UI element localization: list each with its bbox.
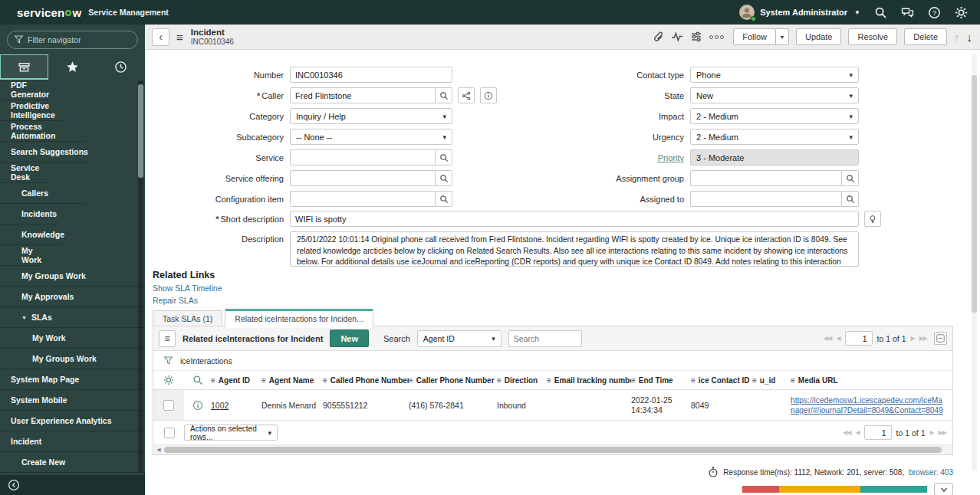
minimize-list-icon[interactable] xyxy=(934,332,947,345)
sidebar-scrollbar-thumb[interactable] xyxy=(138,84,143,178)
configuration-item-input[interactable] xyxy=(290,191,436,207)
caller-info-button[interactable] xyxy=(480,87,497,103)
column-header[interactable]: ≡ Media URL xyxy=(791,376,952,385)
previous-page-icon[interactable]: ◀ xyxy=(836,335,840,342)
search-icon[interactable] xyxy=(874,6,887,19)
filter-navigator-input[interactable] xyxy=(7,31,138,49)
select-all-checkbox[interactable] xyxy=(164,428,175,438)
follow-button[interactable]: Follow xyxy=(733,28,776,45)
column-header[interactable]: ≡ u_id xyxy=(752,376,791,385)
assignment-group-input[interactable] xyxy=(690,170,842,186)
list-gear-icon[interactable] xyxy=(163,375,174,385)
gear-icon[interactable] xyxy=(955,6,968,19)
scroll-left-icon[interactable]: ◀ xyxy=(153,447,164,453)
sidebar-item[interactable]: ▼ My Work xyxy=(0,328,145,349)
service-offering-lookup-button[interactable] xyxy=(436,170,452,186)
caller-preview-button[interactable] xyxy=(458,87,475,103)
page-number-input[interactable] xyxy=(845,331,873,346)
main-scrollbar-thumb[interactable] xyxy=(972,75,977,313)
delete-button[interactable]: Delete xyxy=(904,28,947,45)
column-menu-icon[interactable]: ≡ xyxy=(261,376,266,385)
state-select[interactable]: New▾ xyxy=(690,87,859,103)
caller-lookup-button[interactable] xyxy=(436,87,452,103)
page-number-input[interactable] xyxy=(864,425,892,440)
urgency-select[interactable]: 2 - Medium▾ xyxy=(690,129,859,145)
expand-timing-button[interactable] xyxy=(934,483,953,495)
sidebar-item[interactable]: ▼ My Approvals xyxy=(0,287,145,307)
impact-select[interactable]: 2 - Medium▾ xyxy=(690,108,859,124)
row-info-icon[interactable] xyxy=(192,400,203,411)
assignment-group-lookup-button[interactable] xyxy=(842,170,859,186)
filter-icon[interactable] xyxy=(163,356,173,366)
sidebar-item[interactable]: ▼ Knowledge xyxy=(0,225,61,245)
search-field-select[interactable]: Agent ID▾ xyxy=(417,330,502,347)
sidebar-item[interactable]: ▼ Incident xyxy=(0,431,145,452)
sidebar-item[interactable]: ▼ User Experience Analytics xyxy=(0,411,145,431)
next-page-icon[interactable]: ▶ xyxy=(911,335,915,342)
servicenow-logo[interactable]: servicenw xyxy=(17,6,81,19)
subcategory-select[interactable]: -- None --▾ xyxy=(290,129,452,145)
column-menu-icon[interactable]: ≡ xyxy=(691,376,696,385)
breadcrumb-all-link[interactable]: iceInteractions xyxy=(180,356,232,366)
chat-icon[interactable] xyxy=(901,6,914,19)
last-page-icon[interactable]: ▶▶ xyxy=(919,335,927,342)
previous-page-icon[interactable]: ◀ xyxy=(855,429,859,436)
column-header[interactable]: ≡ Email tracking number xyxy=(547,376,631,385)
back-button[interactable]: ‹ xyxy=(152,28,169,46)
column-menu-icon[interactable]: ≡ xyxy=(409,376,413,385)
sidebar-scrollbar[interactable] xyxy=(138,80,143,473)
sidebar-item[interactable]: ▼ Service Desk xyxy=(0,162,50,183)
description-textarea[interactable]: 25/01/2022 10:01:14 Original phone call … xyxy=(290,231,859,267)
tab-all-applications[interactable] xyxy=(0,54,48,80)
previous-record-icon[interactable]: ↑ xyxy=(954,31,960,44)
agent-id-link[interactable]: 1002 xyxy=(211,401,229,410)
sidebar-item[interactable]: ▼ Incidents xyxy=(0,204,60,225)
update-button[interactable]: Update xyxy=(796,28,841,45)
service-input[interactable] xyxy=(290,149,436,166)
next-record-icon[interactable]: ↓ xyxy=(967,31,973,44)
column-header[interactable]: ≡ Called Phone Number xyxy=(323,376,409,385)
configuration-item-lookup-button[interactable] xyxy=(436,191,452,207)
column-menu-icon[interactable]: ≡ xyxy=(752,376,757,385)
column-header[interactable]: ≡ End Time xyxy=(631,376,691,385)
sidebar-item[interactable]: ▼ Callers xyxy=(0,183,84,204)
row-checkbox[interactable] xyxy=(163,400,174,411)
column-header[interactable]: ≡ Agent Name xyxy=(261,376,323,385)
service-lookup-button[interactable] xyxy=(436,149,452,166)
activity-stream-icon[interactable] xyxy=(671,31,683,43)
next-page-icon[interactable]: ▶ xyxy=(930,429,934,436)
collapse-sidebar-icon[interactable] xyxy=(8,479,20,491)
table-row[interactable]: 1002 Dennis Menard 9055551212 (416) 576-… xyxy=(153,390,952,421)
sidebar-item[interactable]: ▼ System Mobile xyxy=(0,390,145,411)
show-sla-timeline-link[interactable]: Show SLA Timeline xyxy=(153,284,222,293)
suggestion-bulb-button[interactable] xyxy=(864,211,881,227)
sidebar-item[interactable]: ▼ Create New xyxy=(0,452,145,473)
list-search-icon[interactable] xyxy=(192,375,203,385)
short-description-input[interactable] xyxy=(290,211,859,227)
column-header[interactable]: ≡ Agent ID xyxy=(211,376,261,385)
column-menu-icon[interactable]: ≡ xyxy=(211,376,215,385)
column-header[interactable]: ≡ Direction xyxy=(497,376,547,385)
sidebar-item[interactable]: ▼ My Groups Work xyxy=(0,266,145,287)
sidebar-item[interactable]: ▼ PDF Generator xyxy=(0,80,51,100)
service-offering-input[interactable] xyxy=(290,170,436,186)
category-select[interactable]: Inquiry / Help▾ xyxy=(290,108,452,124)
tab-related-iceinteractions[interactable]: Related iceInteractions for Inciden... xyxy=(225,309,373,328)
column-header[interactable]: ≡ ice Contact ID xyxy=(691,376,752,385)
caller-input[interactable] xyxy=(290,87,436,103)
first-page-icon[interactable]: ◀◀ xyxy=(843,429,850,436)
main-scrollbar[interactable] xyxy=(972,54,977,471)
assigned-to-input[interactable] xyxy=(690,191,842,207)
follow-dropdown-button[interactable]: ▾ xyxy=(776,28,789,45)
contact-type-select[interactable]: Phone▾ xyxy=(690,67,859,83)
column-menu-icon[interactable]: ≡ xyxy=(791,376,795,385)
horizontal-scrollbar-thumb[interactable] xyxy=(164,447,942,453)
user-menu[interactable]: System Administrator ▼ xyxy=(739,5,860,20)
resolve-button[interactable]: Resolve xyxy=(848,28,897,45)
repair-slas-link[interactable]: Repair SLAs xyxy=(153,296,222,305)
sidebar-item[interactable]: ▼ SLAs xyxy=(0,307,145,328)
list-search-input[interactable] xyxy=(508,330,582,347)
assigned-to-lookup-button[interactable] xyxy=(842,191,859,207)
more-options-icon[interactable] xyxy=(709,35,724,39)
help-icon[interactable]: ? xyxy=(928,6,941,19)
